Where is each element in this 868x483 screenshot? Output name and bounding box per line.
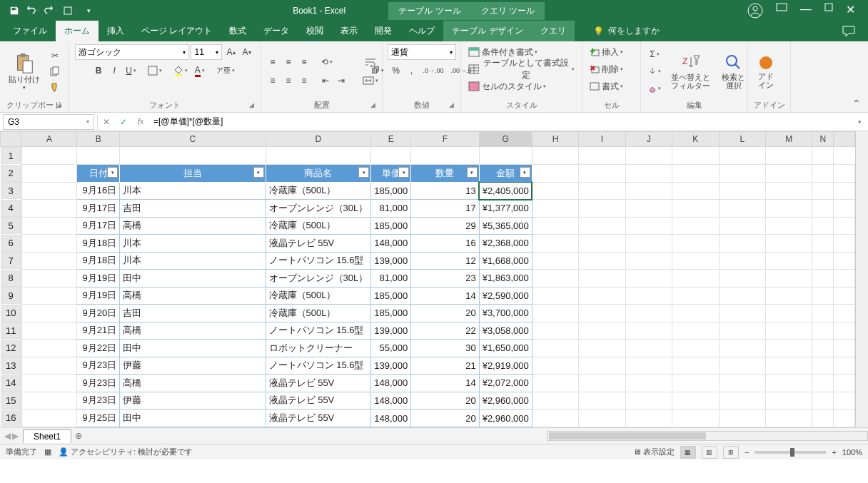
row-header-7[interactable]: 7 <box>1 252 21 269</box>
table-cell[interactable]: ¥2,368,000 <box>479 235 532 253</box>
qat-custom-icon[interactable] <box>61 2 79 19</box>
table-cell[interactable]: 高橋 <box>120 375 266 392</box>
collapse-ribbon-icon[interactable]: ⌃ <box>852 98 861 109</box>
tab-page-layout[interactable]: ページ レイアウト <box>133 21 221 41</box>
qat-more[interactable]: ▾ <box>80 2 97 19</box>
align-launcher[interactable]: ◢ <box>370 101 379 110</box>
col-header-J[interactable]: J <box>625 132 672 147</box>
table-cell[interactable]: 20 <box>411 392 479 410</box>
table-cell[interactable]: ¥1,863,000 <box>479 270 532 288</box>
cancel-formula-icon[interactable]: ✕ <box>98 114 115 130</box>
ribbon-display-icon[interactable] <box>776 3 787 19</box>
table-cell[interactable]: 17 <box>411 200 479 218</box>
underline-button[interactable]: U <box>123 63 139 78</box>
borders-icon[interactable] <box>145 63 165 78</box>
font-launcher[interactable]: ◢ <box>249 101 258 110</box>
increase-indent-icon[interactable]: ⇥ <box>334 73 348 88</box>
save-icon[interactable] <box>6 2 23 19</box>
table-cell[interactable]: 9月22日 <box>77 340 120 357</box>
col-header-F[interactable]: F <box>411 132 479 147</box>
table-cell[interactable]: ノートパソコン 15.6型 <box>266 357 371 375</box>
format-painter-icon[interactable] <box>47 79 63 95</box>
tab-review[interactable]: 校閲 <box>298 21 332 41</box>
table-header-4[interactable]: 数量▾ <box>411 165 479 183</box>
copy-icon[interactable] <box>47 63 63 79</box>
format-cells-button[interactable]: 書式 <box>587 78 626 94</box>
table-cell[interactable]: ¥1,650,000 <box>479 340 532 357</box>
redo-icon[interactable] <box>43 2 60 19</box>
phonetic-icon[interactable]: ア亜 <box>213 63 238 78</box>
col-header-D[interactable]: D <box>266 132 371 147</box>
col-header-K[interactable]: K <box>672 132 719 147</box>
table-cell[interactable]: 9月23日 <box>77 375 120 392</box>
table-cell[interactable]: 148,000 <box>371 392 411 410</box>
font-name-combo[interactable]: 游ゴシック▾ <box>75 44 189 60</box>
percent-icon[interactable]: % <box>388 63 403 78</box>
increase-decimal-icon[interactable]: .0→.00 <box>420 63 446 78</box>
table-header-3[interactable]: 単価▾ <box>371 165 411 183</box>
row-header-6[interactable]: 6 <box>1 235 21 252</box>
col-header-L[interactable]: L <box>719 132 765 147</box>
table-cell[interactable]: 川本 <box>120 252 266 270</box>
italic-button[interactable]: I <box>107 63 121 78</box>
table-cell[interactable]: 9月17日 <box>77 217 120 235</box>
table-cell[interactable]: 伊藤 <box>120 357 266 375</box>
zoom-slider[interactable] <box>755 451 826 454</box>
table-cell[interactable]: ¥2,919,000 <box>479 357 532 375</box>
table-cell[interactable]: 185,000 <box>371 305 411 322</box>
row-header-1[interactable]: 1 <box>1 147 21 164</box>
name-box[interactable]: G3▾ <box>3 114 94 130</box>
bold-button[interactable]: B <box>91 63 106 78</box>
col-header-A[interactable]: A <box>21 132 76 147</box>
table-cell[interactable]: 139,000 <box>371 322 411 340</box>
decrease-font-icon[interactable]: A▾ <box>240 44 254 60</box>
filter-icon[interactable]: ▾ <box>107 167 118 178</box>
table-cell[interactable]: 185,000 <box>371 287 411 305</box>
sheet-nav-next[interactable]: ▶ <box>12 431 19 441</box>
row-header-12[interactable]: 12 <box>1 340 21 357</box>
row-header-11[interactable]: 11 <box>1 322 21 339</box>
zoom-level[interactable]: 100% <box>842 448 862 457</box>
table-cell[interactable]: 139,000 <box>371 252 411 270</box>
table-cell[interactable]: 液晶テレビ 55V <box>266 375 371 392</box>
table-cell[interactable]: ¥3,058,000 <box>479 322 532 340</box>
table-cell[interactable]: 13 <box>411 182 479 200</box>
delete-cells-button[interactable]: ✖ 削除 <box>587 61 626 77</box>
row-header-4[interactable]: 4 <box>1 200 21 217</box>
paste-button[interactable]: 貼り付け▾ <box>4 51 44 92</box>
minimize-icon[interactable]: — <box>800 3 812 19</box>
table-cell[interactable]: ¥3,700,000 <box>479 305 532 322</box>
table-cell[interactable]: 冷蔵庫（500L） <box>266 182 371 200</box>
filter-icon[interactable]: ▾ <box>398 167 409 178</box>
addins-button[interactable]: アド イン <box>752 52 779 91</box>
format-as-table-button[interactable]: テーブルとして書式設定 <box>465 61 577 77</box>
table-cell[interactable]: 液晶テレビ 55V <box>266 392 371 410</box>
cell-styles-button[interactable]: セルのスタイル <box>465 78 577 94</box>
account-icon[interactable] <box>747 3 763 19</box>
normal-view-icon[interactable]: ▦ <box>680 446 696 459</box>
table-cell[interactable]: オーブンレンジ（30L） <box>266 200 371 218</box>
insert-cells-button[interactable]: ✚ 挿入 <box>587 44 626 60</box>
table-cell[interactable]: 冷蔵庫（500L） <box>266 305 371 322</box>
tab-data[interactable]: データ <box>255 21 298 41</box>
clear-icon[interactable] <box>645 81 664 96</box>
col-header-E[interactable]: E <box>371 132 411 147</box>
col-header-G[interactable]: G <box>479 132 532 147</box>
fx-icon[interactable]: fx <box>132 114 149 130</box>
table-cell[interactable]: 9月16日 <box>77 182 120 200</box>
table-cell[interactable]: 高橋 <box>120 217 266 235</box>
table-cell[interactable]: ¥1,377,000 <box>479 200 532 218</box>
align-bottom-icon[interactable]: ≡ <box>297 54 311 70</box>
font-size-combo[interactable]: 11▾ <box>191 44 222 60</box>
row-header-9[interactable]: 9 <box>1 287 21 304</box>
table-cell[interactable]: 9月19日 <box>77 287 120 305</box>
tab-help[interactable]: ヘルプ <box>400 21 443 41</box>
col-header-H[interactable]: H <box>532 132 578 147</box>
sheet-tab-sheet1[interactable]: Sheet1 <box>23 429 71 443</box>
align-center-icon[interactable]: ≡ <box>281 73 296 88</box>
row-header-10[interactable]: 10 <box>1 305 21 322</box>
table-cell[interactable]: 81,000 <box>371 200 411 218</box>
enter-formula-icon[interactable]: ✓ <box>115 114 132 130</box>
table-cell[interactable]: 9月18日 <box>77 252 120 270</box>
table-cell[interactable]: ¥5,365,000 <box>479 217 532 235</box>
